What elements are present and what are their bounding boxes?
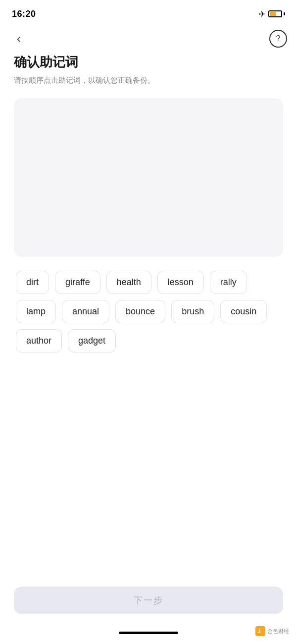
help-button[interactable]: ?	[269, 30, 287, 48]
watermark: J 金色财经	[255, 626, 289, 636]
battery-body	[268, 10, 282, 17]
help-icon: ?	[276, 34, 281, 43]
bottom-area: 下一步	[14, 586, 283, 614]
battery-tip	[284, 12, 285, 15]
word-chip-gadget[interactable]: gadget	[68, 329, 116, 352]
word-chip-rally[interactable]: rally	[210, 271, 247, 294]
word-chip-cousin[interactable]: cousin	[220, 300, 267, 323]
page-content: 确认助记词 请按顺序点击助记词，以确认您正确备份。 dirtgiraffehea…	[0, 54, 297, 352]
battery-fill	[270, 12, 276, 16]
word-chip-dirt[interactable]: dirt	[16, 271, 49, 294]
watermark-icon: J	[255, 626, 265, 636]
word-chip-health[interactable]: health	[106, 271, 151, 294]
word-chip-bounce[interactable]: bounce	[115, 300, 165, 323]
back-icon: ‹	[17, 32, 21, 46]
next-button[interactable]: 下一步	[14, 586, 283, 614]
back-button[interactable]: ‹	[10, 30, 28, 48]
word-chip-brush[interactable]: brush	[171, 300, 214, 323]
airplane-icon: ✈	[259, 9, 265, 19]
word-grid: dirtgiraffehealthlessonrallylampannualbo…	[14, 271, 283, 352]
svg-text:J: J	[258, 629, 261, 634]
status-bar: 16:20 ✈	[0, 0, 297, 26]
page-subtitle: 请按顺序点击助记词，以确认您正确备份。	[14, 75, 283, 86]
watermark-text: 金色财经	[267, 628, 289, 635]
word-chip-giraffe[interactable]: giraffe	[55, 271, 100, 294]
battery-icon	[268, 10, 285, 17]
word-chip-author[interactable]: author	[16, 329, 62, 352]
word-chip-annual[interactable]: annual	[62, 300, 109, 323]
selection-area	[14, 98, 283, 257]
bottom-indicator	[119, 632, 178, 634]
word-chip-lesson[interactable]: lesson	[157, 271, 204, 294]
page-title: 确认助记词	[14, 54, 283, 71]
nav-bar: ‹ ?	[0, 26, 297, 54]
status-time: 16:20	[12, 9, 36, 19]
word-chip-lamp[interactable]: lamp	[16, 300, 56, 323]
status-icons: ✈	[259, 9, 285, 19]
